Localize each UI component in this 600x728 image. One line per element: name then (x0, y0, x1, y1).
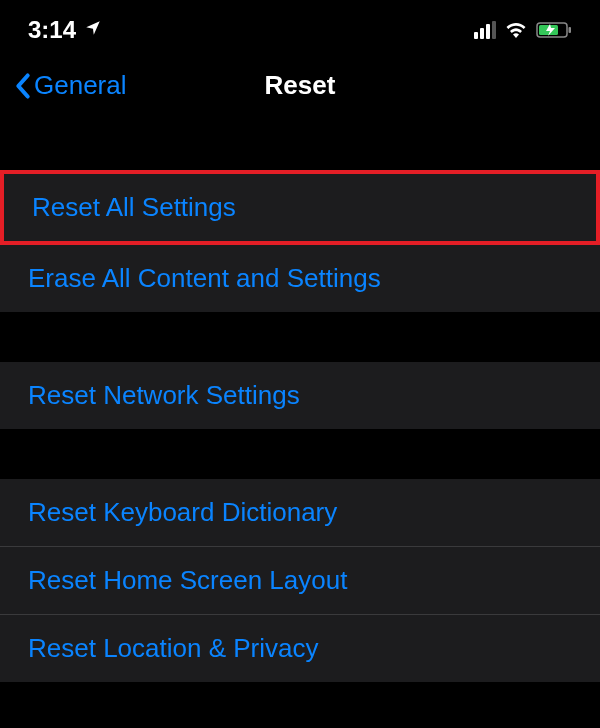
nav-bar: General Reset (0, 56, 600, 116)
status-bar: 3:14 (0, 0, 600, 56)
svg-rect-2 (569, 27, 572, 33)
section-spacer (0, 312, 600, 362)
erase-all-content[interactable]: Erase All Content and Settings (0, 245, 600, 312)
list-item-label: Reset Keyboard Dictionary (28, 497, 337, 527)
reset-all-settings[interactable]: Reset All Settings (0, 170, 600, 245)
list-item-label: Erase All Content and Settings (28, 263, 381, 293)
reset-keyboard-dictionary[interactable]: Reset Keyboard Dictionary (0, 479, 600, 547)
list-item-label: Reset Location & Privacy (28, 633, 318, 663)
status-time: 3:14 (28, 16, 76, 44)
reset-section-3: Reset Keyboard Dictionary Reset Home Scr… (0, 479, 600, 682)
reset-location-privacy[interactable]: Reset Location & Privacy (0, 615, 600, 682)
section-spacer (0, 116, 600, 170)
list-item-label: Reset Network Settings (28, 380, 300, 410)
status-right (474, 21, 572, 39)
back-button[interactable]: General (14, 70, 127, 101)
back-label: General (34, 70, 127, 101)
section-spacer (0, 429, 600, 479)
list-item-label: Reset All Settings (32, 192, 236, 222)
list-item-label: Reset Home Screen Layout (28, 565, 347, 595)
cellular-signal-icon (474, 21, 496, 39)
page-title: Reset (265, 70, 336, 101)
status-left: 3:14 (28, 16, 102, 44)
location-icon (84, 19, 102, 41)
chevron-left-icon (14, 72, 32, 100)
reset-section-1: Reset All Settings Erase All Content and… (0, 170, 600, 312)
reset-section-2: Reset Network Settings (0, 362, 600, 429)
battery-charging-icon (536, 21, 572, 39)
reset-network-settings[interactable]: Reset Network Settings (0, 362, 600, 429)
wifi-icon (504, 21, 528, 39)
reset-home-screen-layout[interactable]: Reset Home Screen Layout (0, 547, 600, 615)
